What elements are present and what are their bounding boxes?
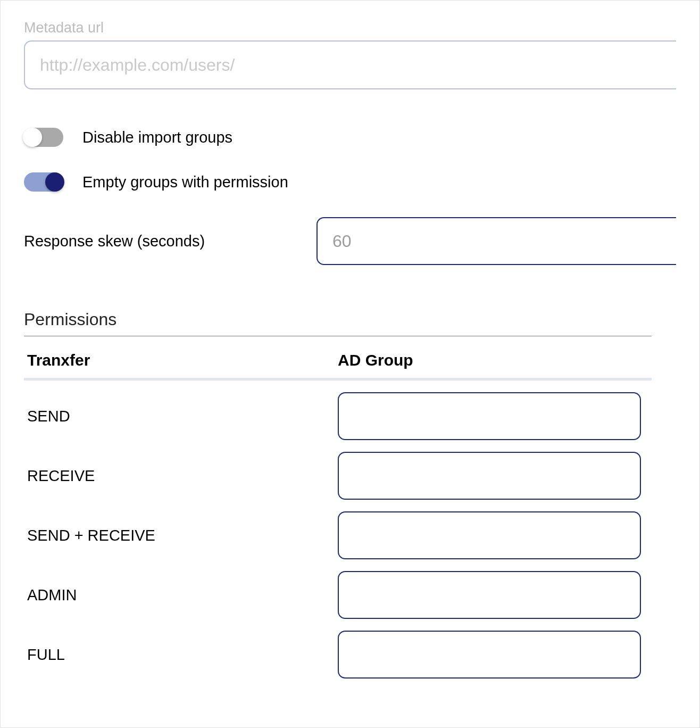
permissions-col-adgroup: AD Group [338,351,413,369]
toggle-row-empty-groups: Empty groups with permission [24,172,676,192]
permission-row-send: SEND [24,392,652,440]
response-skew-label: Response skew (seconds) [24,233,295,250]
permission-name-send: SEND [24,408,338,425]
permission-name-admin: ADMIN [24,586,338,604]
toggle-row-disable-import: Disable import groups [24,128,676,147]
permissions-title: Permissions [24,310,652,336]
disable-import-groups-label: Disable import groups [82,129,232,146]
response-skew-input[interactable] [316,217,676,265]
permission-name-send-receive: SEND + RECEIVE [24,527,338,544]
settings-panel: Metadata url Disable import groups Empty… [0,0,700,728]
permission-row-admin: ADMIN [24,571,652,619]
permissions-header: Tranxfer AD Group [24,336,652,380]
toggle-knob [23,128,42,147]
permission-row-send-receive: SEND + RECEIVE [24,511,652,559]
metadata-url-label: Metadata url [24,20,676,36]
permission-name-full: FULL [24,646,338,664]
permission-input-admin[interactable] [338,571,641,619]
response-skew-row: Response skew (seconds) [24,217,676,265]
toggle-knob [45,172,64,192]
metadata-url-input[interactable] [24,40,676,89]
permission-input-full[interactable] [338,631,641,679]
disable-import-groups-toggle[interactable] [24,128,63,147]
permission-input-send-receive[interactable] [338,511,641,559]
empty-groups-permission-toggle[interactable] [24,172,63,192]
permission-name-receive: RECEIVE [24,467,338,485]
permissions-col-tranxfer: Tranxfer [27,351,90,369]
permission-input-receive[interactable] [338,452,641,500]
empty-groups-permission-label: Empty groups with permission [82,173,288,191]
permission-row-receive: RECEIVE [24,452,652,500]
permission-input-send[interactable] [338,392,641,440]
permission-row-full: FULL [24,631,652,679]
permissions-table: Tranxfer AD Group SEND RECEIVE SEND + RE… [24,336,652,679]
